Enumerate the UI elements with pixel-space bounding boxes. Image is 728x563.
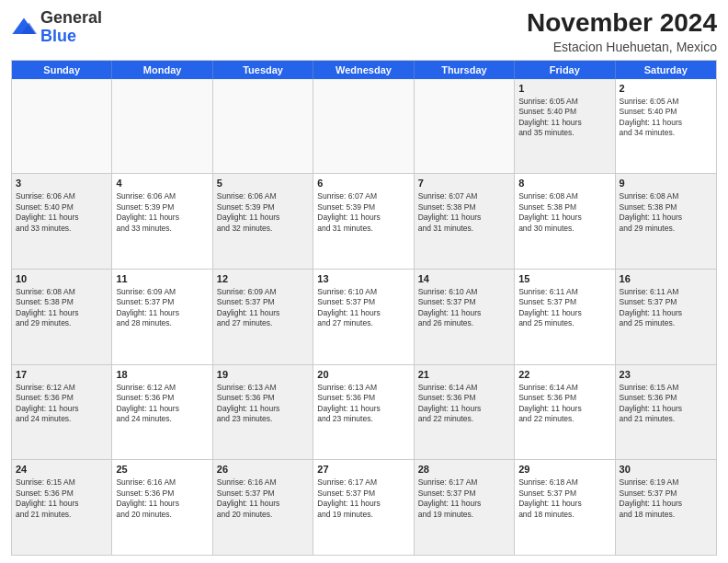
calendar-row: 3Sunrise: 6:06 AM Sunset: 5:40 PM Daylig… [12,173,716,269]
calendar-cell: 5Sunrise: 6:06 AM Sunset: 5:39 PM Daylig… [213,174,313,269]
calendar-cell: 4Sunrise: 6:06 AM Sunset: 5:39 PM Daylig… [112,174,212,269]
day-number: 23 [620,368,712,382]
day-number: 15 [518,272,610,286]
day-number: 29 [518,463,610,477]
cell-info: Sunrise: 6:17 AM Sunset: 5:37 PM Dayligh… [418,477,510,520]
day-number: 20 [317,368,409,382]
cell-info: Sunrise: 6:11 AM Sunset: 5:37 PM Dayligh… [620,287,712,329]
weekday-header: Wednesday [313,61,414,79]
calendar-cell: 12Sunrise: 6:09 AM Sunset: 5:37 PM Dayli… [213,270,313,364]
calendar-cell [313,79,414,174]
day-number: 16 [620,272,712,286]
day-number: 8 [518,177,610,190]
calendar-cell [112,79,212,174]
weekday-header: Saturday [616,61,716,79]
cell-info: Sunrise: 6:08 AM Sunset: 5:38 PM Dayligh… [518,191,610,234]
calendar-row: 17Sunrise: 6:12 AM Sunset: 5:36 PM Dayli… [12,364,716,460]
calendar-cell: 11Sunrise: 6:09 AM Sunset: 5:37 PM Dayli… [112,270,212,364]
calendar-cell: 9Sunrise: 6:08 AM Sunset: 5:38 PM Daylig… [616,174,716,269]
calendar-row: 1Sunrise: 6:05 AM Sunset: 5:40 PM Daylig… [12,79,716,174]
calendar-cell: 16Sunrise: 6:11 AM Sunset: 5:37 PM Dayli… [616,270,716,364]
logo-blue: Blue [40,27,76,45]
location-title: Estacion Huehuetan, Mexico [527,40,717,54]
cell-info: Sunrise: 6:09 AM Sunset: 5:37 PM Dayligh… [217,287,309,329]
calendar-row: 24Sunrise: 6:15 AM Sunset: 5:36 PM Dayli… [12,459,716,555]
day-number: 11 [116,272,208,286]
calendar-cell: 23Sunrise: 6:15 AM Sunset: 5:36 PM Dayli… [616,365,716,460]
header: General Blue November 2024 Estacion Hueh… [11,9,717,54]
day-number: 24 [16,463,108,477]
logo-text: General Blue [40,9,102,46]
cell-info: Sunrise: 6:09 AM Sunset: 5:37 PM Dayligh… [116,287,208,329]
calendar-cell: 7Sunrise: 6:07 AM Sunset: 5:38 PM Daylig… [415,174,515,269]
day-number: 2 [620,82,712,96]
calendar-row: 10Sunrise: 6:08 AM Sunset: 5:38 PM Dayli… [12,269,716,364]
calendar-body: 1Sunrise: 6:05 AM Sunset: 5:40 PM Daylig… [12,79,716,555]
calendar-cell: 10Sunrise: 6:08 AM Sunset: 5:38 PM Dayli… [12,270,112,364]
calendar-cell [12,79,112,174]
cell-info: Sunrise: 6:05 AM Sunset: 5:40 PM Dayligh… [518,97,610,139]
day-number: 12 [217,272,309,286]
calendar-cell: 8Sunrise: 6:08 AM Sunset: 5:38 PM Daylig… [515,174,615,269]
day-number: 28 [418,463,510,477]
cell-info: Sunrise: 6:13 AM Sunset: 5:36 PM Dayligh… [317,383,409,425]
calendar-cell: 6Sunrise: 6:07 AM Sunset: 5:39 PM Daylig… [313,174,414,269]
calendar-cell: 20Sunrise: 6:13 AM Sunset: 5:36 PM Dayli… [313,365,414,460]
day-number: 4 [116,177,208,190]
calendar-cell: 15Sunrise: 6:11 AM Sunset: 5:37 PM Dayli… [515,270,615,364]
calendar-cell: 1Sunrise: 6:05 AM Sunset: 5:40 PM Daylig… [515,79,615,174]
day-number: 25 [116,463,208,477]
day-number: 22 [518,368,610,382]
cell-info: Sunrise: 6:16 AM Sunset: 5:36 PM Dayligh… [116,477,208,520]
calendar-cell: 27Sunrise: 6:17 AM Sunset: 5:37 PM Dayli… [313,460,414,555]
calendar-cell: 18Sunrise: 6:12 AM Sunset: 5:36 PM Dayli… [112,365,212,460]
cell-info: Sunrise: 6:07 AM Sunset: 5:39 PM Dayligh… [317,191,409,234]
day-number: 13 [317,272,409,286]
title-block: November 2024 Estacion Huehuetan, Mexico [527,9,717,54]
cell-info: Sunrise: 6:17 AM Sunset: 5:37 PM Dayligh… [317,477,409,520]
logo: General Blue [11,9,102,46]
cell-info: Sunrise: 6:15 AM Sunset: 5:36 PM Dayligh… [620,383,712,425]
day-number: 18 [116,368,208,382]
cell-info: Sunrise: 6:05 AM Sunset: 5:40 PM Dayligh… [620,97,712,139]
calendar-cell: 22Sunrise: 6:14 AM Sunset: 5:36 PM Dayli… [515,365,615,460]
page: General Blue November 2024 Estacion Hueh… [0,0,728,563]
cell-info: Sunrise: 6:12 AM Sunset: 5:36 PM Dayligh… [116,383,208,425]
day-number: 19 [217,368,309,382]
calendar-cell: 3Sunrise: 6:06 AM Sunset: 5:40 PM Daylig… [12,174,112,269]
cell-info: Sunrise: 6:08 AM Sunset: 5:38 PM Dayligh… [16,287,108,329]
weekday-header: Thursday [415,61,515,79]
weekday-header: Tuesday [213,61,313,79]
cell-info: Sunrise: 6:10 AM Sunset: 5:37 PM Dayligh… [317,287,409,329]
day-number: 5 [217,177,309,190]
cell-info: Sunrise: 6:19 AM Sunset: 5:37 PM Dayligh… [620,477,712,520]
calendar-cell: 17Sunrise: 6:12 AM Sunset: 5:36 PM Dayli… [12,365,112,460]
calendar-cell: 30Sunrise: 6:19 AM Sunset: 5:37 PM Dayli… [616,460,716,555]
month-title: November 2024 [527,9,717,38]
cell-info: Sunrise: 6:06 AM Sunset: 5:39 PM Dayligh… [116,191,208,234]
cell-info: Sunrise: 6:16 AM Sunset: 5:37 PM Dayligh… [217,477,309,520]
cell-info: Sunrise: 6:14 AM Sunset: 5:36 PM Dayligh… [518,383,610,425]
day-number: 26 [217,463,309,477]
calendar-cell: 26Sunrise: 6:16 AM Sunset: 5:37 PM Dayli… [213,460,313,555]
cell-info: Sunrise: 6:11 AM Sunset: 5:37 PM Dayligh… [518,287,610,329]
day-number: 17 [16,368,108,382]
calendar-cell: 21Sunrise: 6:14 AM Sunset: 5:36 PM Dayli… [415,365,515,460]
day-number: 10 [16,272,108,286]
calendar-cell [415,79,515,174]
day-number: 9 [620,177,712,190]
cell-info: Sunrise: 6:06 AM Sunset: 5:39 PM Dayligh… [217,191,309,234]
calendar-cell: 28Sunrise: 6:17 AM Sunset: 5:37 PM Dayli… [415,460,515,555]
day-number: 7 [418,177,510,190]
cell-info: Sunrise: 6:07 AM Sunset: 5:38 PM Dayligh… [418,191,510,234]
day-number: 27 [317,463,409,477]
day-number: 6 [317,177,409,190]
calendar-cell: 19Sunrise: 6:13 AM Sunset: 5:36 PM Dayli… [213,365,313,460]
calendar-header: SundayMondayTuesdayWednesdayThursdayFrid… [12,61,716,79]
day-number: 3 [16,177,108,190]
calendar-cell: 24Sunrise: 6:15 AM Sunset: 5:36 PM Dayli… [12,460,112,555]
day-number: 30 [620,463,712,477]
logo-general: General [40,8,102,27]
calendar-cell: 14Sunrise: 6:10 AM Sunset: 5:37 PM Dayli… [415,270,515,364]
calendar-cell: 13Sunrise: 6:10 AM Sunset: 5:37 PM Dayli… [313,270,414,364]
